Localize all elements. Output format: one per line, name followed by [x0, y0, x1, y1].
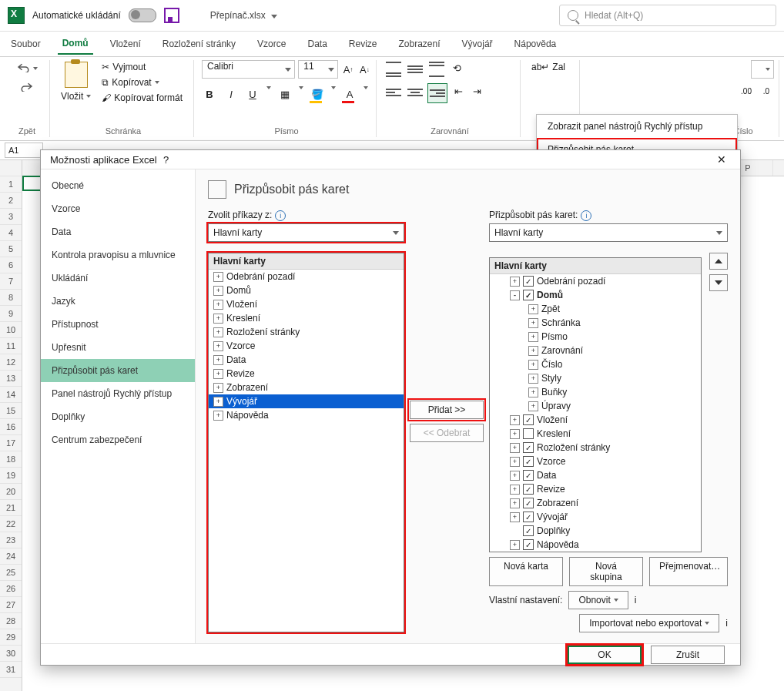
checkbox[interactable]: ✓: [523, 512, 534, 522]
checkbox[interactable]: ✓: [523, 456, 534, 467]
row-header[interactable]: 4: [0, 225, 22, 241]
expander-icon[interactable]: +: [510, 498, 520, 508]
dialog-help-button[interactable]: ?: [157, 154, 176, 166]
ribbon-tab-soubor[interactable]: Soubor: [6, 34, 45, 54]
expander-icon[interactable]: +: [510, 443, 520, 453]
align-bottom-button[interactable]: [427, 60, 446, 79]
increase-font-button[interactable]: A↑: [341, 62, 354, 77]
checkbox[interactable]: [523, 428, 534, 439]
row-header[interactable]: 29: [0, 629, 22, 646]
list-item[interactable]: +Kreslení: [209, 311, 404, 325]
tree-item[interactable]: +✓Data: [490, 468, 701, 482]
row-header[interactable]: 20: [0, 484, 22, 500]
align-right-button[interactable]: [427, 83, 447, 103]
tree-item[interactable]: +✓Revize: [490, 482, 701, 496]
increase-decimal-button[interactable]: .00: [739, 83, 754, 99]
format-painter-button[interactable]: 🖌Kopírovat formát: [99, 91, 186, 105]
customize-ribbon-combo[interactable]: Hlavní karty: [489, 223, 728, 242]
commands-listbox[interactable]: Hlavní karty+Odebrání pozadí+Domů+Vložen…: [208, 253, 404, 632]
expander-icon[interactable]: +: [213, 300, 223, 310]
tree-item[interactable]: +Zpět: [490, 302, 701, 316]
row-header[interactable]: 17: [0, 435, 22, 451]
expander-icon[interactable]: +: [213, 341, 223, 351]
tree-item[interactable]: +✓Vložení: [490, 413, 701, 427]
row-header[interactable]: 14: [0, 387, 22, 403]
checkbox[interactable]: ✓: [523, 276, 534, 287]
tree-item[interactable]: +✓Rozložení stránky: [490, 441, 701, 455]
expander-icon[interactable]: +: [213, 397, 223, 407]
list-item[interactable]: +Vývojář: [209, 394, 404, 408]
expander-icon[interactable]: +: [510, 485, 520, 495]
row-header[interactable]: 11: [0, 338, 22, 354]
row-header[interactable]: 18: [0, 451, 22, 468]
expander-icon[interactable]: +: [528, 401, 538, 411]
copy-button[interactable]: ⧉Kopírovat: [99, 75, 186, 89]
import-export-button[interactable]: Importovat nebo exportovat: [579, 614, 719, 632]
row-header[interactable]: 6: [0, 257, 22, 273]
row-header[interactable]: 24: [0, 548, 22, 565]
dialog-nav-item[interactable]: Přístupnost: [41, 313, 195, 336]
info-icon[interactable]: i: [635, 595, 637, 605]
move-down-button[interactable]: [709, 274, 728, 291]
choose-commands-combo[interactable]: Hlavní karty: [208, 223, 404, 242]
expander-icon[interactable]: +: [528, 360, 538, 370]
ctx-show-qat[interactable]: Zobrazit panel nástrojů Rychlý přístup: [537, 115, 737, 138]
font-size-select[interactable]: 11: [298, 60, 338, 79]
expander-icon[interactable]: +: [213, 383, 223, 393]
checkbox[interactable]: ✓: [523, 525, 534, 536]
new-group-button[interactable]: Nová skupina: [569, 557, 643, 586]
tree-item[interactable]: +✓Odebrání pozadí: [490, 274, 701, 288]
checkbox[interactable]: ✓: [523, 442, 534, 453]
redo-button[interactable]: [17, 79, 37, 96]
row-header[interactable]: 13: [0, 371, 22, 387]
expander-icon[interactable]: +: [213, 411, 223, 421]
expander-icon[interactable]: -: [510, 290, 520, 300]
expander-icon[interactable]: +: [510, 512, 520, 522]
expander-icon[interactable]: +: [510, 457, 520, 467]
row-header[interactable]: 5: [0, 241, 22, 257]
ribbon-tree[interactable]: Hlavní karty+✓Odebrání pozadí-✓Domů+Zpět…: [489, 257, 702, 552]
expander-icon[interactable]: +: [510, 540, 520, 550]
row-header[interactable]: 7: [0, 273, 22, 290]
ribbon-tab-revize[interactable]: Revize: [344, 34, 382, 54]
tree-item[interactable]: +✓Zobrazení: [490, 496, 701, 510]
underline-button[interactable]: U: [245, 86, 260, 102]
decrease-font-button[interactable]: A↓: [358, 62, 371, 77]
expander-icon[interactable]: +: [213, 355, 223, 365]
row-header[interactable]: 15: [0, 403, 22, 419]
italic-button[interactable]: I: [223, 86, 239, 102]
document-title[interactable]: Přepínač.xlsx: [210, 10, 277, 21]
checkbox[interactable]: ✓: [523, 414, 534, 425]
dialog-nav-item[interactable]: Jazyk: [41, 290, 195, 313]
row-header[interactable]: 2: [0, 193, 22, 209]
expander-icon[interactable]: +: [528, 387, 538, 397]
row-header[interactable]: 23: [0, 532, 22, 548]
ribbon-tab-zobrazení[interactable]: Zobrazení: [394, 34, 445, 54]
expander-icon[interactable]: +: [213, 369, 223, 379]
align-middle-button[interactable]: [406, 60, 424, 79]
expander-icon[interactable]: +: [528, 304, 538, 314]
list-item[interactable]: +Data: [209, 353, 404, 367]
row-header[interactable]: 21: [0, 500, 22, 516]
tree-item[interactable]: ✓Doplňky: [490, 524, 701, 538]
ribbon-tab-domů[interactable]: Domů: [58, 33, 93, 55]
tree-item[interactable]: +Buňky: [490, 385, 701, 399]
checkbox[interactable]: ✓: [523, 470, 534, 481]
ribbon-tab-data[interactable]: Data: [303, 34, 331, 54]
checkbox[interactable]: ✓: [523, 498, 534, 508]
row-header[interactable]: 8: [0, 290, 22, 306]
expander-icon[interactable]: +: [213, 286, 223, 296]
expander-icon[interactable]: +: [213, 314, 223, 324]
checkbox[interactable]: ✓: [523, 290, 534, 300]
expander-icon[interactable]: +: [528, 374, 538, 384]
info-icon[interactable]: i: [275, 210, 286, 221]
align-left-button[interactable]: [384, 83, 403, 102]
dialog-nav-item[interactable]: Doplňky: [41, 405, 195, 428]
expander-icon[interactable]: +: [213, 272, 223, 282]
list-item[interactable]: +Domů: [209, 283, 404, 297]
number-format-select[interactable]: [751, 60, 774, 79]
row-header[interactable]: 25: [0, 565, 22, 581]
ribbon-tab-nápověda[interactable]: Nápověda: [510, 34, 561, 54]
align-top-button[interactable]: [384, 60, 403, 79]
expander-icon[interactable]: +: [510, 471, 520, 481]
